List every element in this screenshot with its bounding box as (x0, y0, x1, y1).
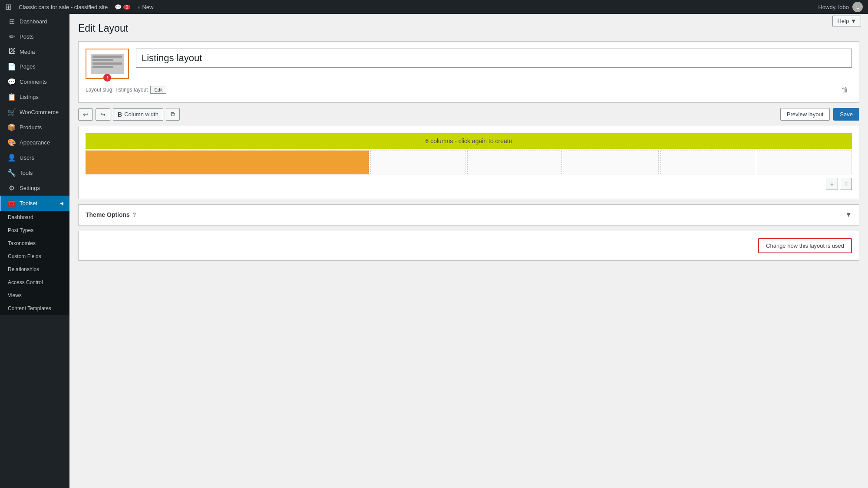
howdy-text: Howdy, lobo (818, 4, 849, 10)
thumb-line-1 (92, 56, 122, 58)
sidebar-item-settings[interactable]: ⚙ Settings (0, 180, 69, 196)
sidebar-item-products[interactable]: 📦 Products (0, 120, 69, 135)
redo-button[interactable]: ↪ (96, 108, 110, 121)
delete-layout-button[interactable]: 🗑 (838, 84, 852, 95)
sidebar-item-label: Users (20, 154, 34, 161)
sidebar-item-access-control[interactable]: Access Control (0, 276, 69, 289)
sidebar-item-content-templates[interactable]: Content Templates (0, 302, 69, 315)
new-content-link[interactable]: + New (137, 4, 153, 10)
redo-icon: ↪ (100, 111, 106, 118)
slug-label: Layout slug: (86, 87, 114, 93)
submenu-item-label: Relationships (8, 266, 39, 272)
sidebar-item-label: Dashboard (20, 18, 47, 25)
thumbnail-preview (91, 54, 124, 74)
sidebar: ⊞ Dashboard ✏ Posts 🖼 Media 📄 Pages 💬 Co… (0, 14, 69, 488)
thumb-line-4 (92, 66, 113, 68)
submenu-item-label: Views (8, 292, 22, 298)
sidebar-item-tools[interactable]: 🔧 Tools (0, 165, 69, 180)
undo-icon: ↩ (83, 111, 88, 118)
change-layout-button[interactable]: Change how this layout is used (758, 238, 852, 253)
grid-area: 6 columns - click again to create + ≡ (78, 126, 859, 199)
grid-list-button[interactable]: ≡ (840, 178, 852, 190)
sidebar-item-label: Listings (20, 94, 39, 100)
copy-button[interactable]: ⧉ (166, 108, 180, 121)
sidebar-item-label: Tools (20, 170, 33, 176)
grid-col-6[interactable] (757, 151, 852, 174)
admin-bar: ⊞ Classic cars for sale - classified sit… (0, 0, 868, 14)
sidebar-item-toolset-dashboard[interactable]: Dashboard (0, 211, 69, 224)
submenu-item-label: Access Control (8, 279, 43, 285)
sidebar-item-label: WooCommerce (20, 109, 59, 115)
submenu-item-label: Post Types (8, 227, 33, 233)
delete-icon: 🗑 (842, 86, 848, 93)
submenu-item-label: Content Templates (8, 305, 51, 311)
sidebar-item-dashboard[interactable]: ⊞ Dashboard (0, 14, 69, 29)
woo-icon: 🛒 (7, 108, 16, 116)
page-title: Edit Layout (78, 23, 859, 34)
help-button[interactable]: Help ▼ (832, 16, 861, 26)
site-link[interactable]: Classic cars for sale - classified site (19, 4, 108, 10)
sidebar-item-label: Comments (20, 79, 47, 85)
listings-icon: 📋 (7, 93, 16, 101)
sidebar-item-relationships[interactable]: Relationships (0, 263, 69, 276)
sidebar-item-custom-fields[interactable]: Custom Fields (0, 250, 69, 263)
submenu-item-label: Custom Fields (8, 253, 41, 259)
comments-badge: 0 (123, 5, 130, 10)
sidebar-item-listings[interactable]: 📋 Listings (0, 89, 69, 105)
grid-header-bar[interactable]: 6 columns - click again to create (86, 133, 852, 149)
sidebar-item-label: Appearance (20, 139, 50, 146)
help-chevron-icon: ▼ (851, 18, 856, 24)
sidebar-item-appearance[interactable]: 🎨 Appearance (0, 135, 69, 150)
sidebar-item-views[interactable]: Views (0, 289, 69, 302)
slug-edit-button[interactable]: Edit (150, 86, 166, 94)
thumb-line-2 (92, 59, 113, 61)
comments-link[interactable]: 💬 0 (115, 4, 130, 10)
sidebar-item-users[interactable]: 👤 Users (0, 150, 69, 165)
sidebar-item-posts[interactable]: ✏ Posts (0, 29, 69, 44)
sidebar-item-toolset[interactable]: 🧰 Toolset ◀ (0, 196, 69, 211)
grid-columns (86, 151, 852, 174)
sidebar-item-pages[interactable]: 📄 Pages (0, 59, 69, 74)
sidebar-item-woocommerce[interactable]: 🛒 WooCommerce (0, 105, 69, 120)
grid-col-2[interactable] (370, 151, 465, 174)
theme-options-header[interactable]: Theme Options ? ▼ (79, 205, 859, 225)
theme-options-title: Theme Options ? (86, 211, 136, 218)
grid-col-5[interactable] (660, 151, 756, 174)
save-button[interactable]: Save (833, 108, 859, 121)
toolset-submenu: Dashboard Post Types Taxonomies Custom F… (0, 211, 69, 315)
sidebar-item-post-types[interactable]: Post Types (0, 224, 69, 237)
sidebar-item-media[interactable]: 🖼 Media (0, 44, 69, 59)
help-label: Help (837, 18, 849, 24)
sidebar-item-label: Media (20, 49, 35, 55)
column-width-button[interactable]: B Column width (113, 108, 163, 121)
column-width-icon: B (118, 111, 122, 118)
grid-col-1[interactable] (86, 151, 369, 174)
sidebar-item-label: Toolset (20, 200, 37, 206)
copy-icon: ⧉ (171, 111, 175, 118)
comments-icon: 💬 (7, 78, 16, 86)
grid-row: 6 columns - click again to create + ≡ (86, 133, 852, 192)
slug-info: Layout slug: listings-layout Edit (86, 86, 166, 94)
undo-button[interactable]: ↩ (78, 108, 93, 121)
theme-options-info-icon: ? (132, 211, 136, 218)
grid-col-4[interactable] (564, 151, 659, 174)
toolbar: ↩ ↪ B Column width ⧉ Preview layout Save (78, 108, 859, 121)
grid-add-button[interactable]: + (826, 178, 838, 190)
grid-col-3[interactable] (467, 151, 562, 174)
sidebar-item-taxonomies[interactable]: Taxonomies (0, 237, 69, 250)
sidebar-item-comments[interactable]: 💬 Comments (0, 74, 69, 89)
submenu-item-label: Taxonomies (8, 240, 36, 246)
users-icon: 👤 (7, 154, 16, 162)
layout-name-input[interactable] (136, 49, 852, 68)
notification-dot: ! (103, 74, 111, 82)
sidebar-item-label: Settings (20, 185, 40, 191)
tools-icon: 🔧 (7, 169, 16, 177)
avatar: L (852, 2, 863, 12)
media-icon: 🖼 (7, 48, 16, 56)
wp-logo-icon[interactable]: ⊞ (5, 2, 12, 12)
layout-thumbnail[interactable]: ! (86, 49, 129, 79)
preview-layout-button[interactable]: Preview layout (780, 108, 830, 121)
pages-icon: 📄 (7, 62, 16, 71)
change-layout-panel: Change how this layout is used (78, 231, 859, 261)
posts-icon: ✏ (7, 33, 16, 41)
